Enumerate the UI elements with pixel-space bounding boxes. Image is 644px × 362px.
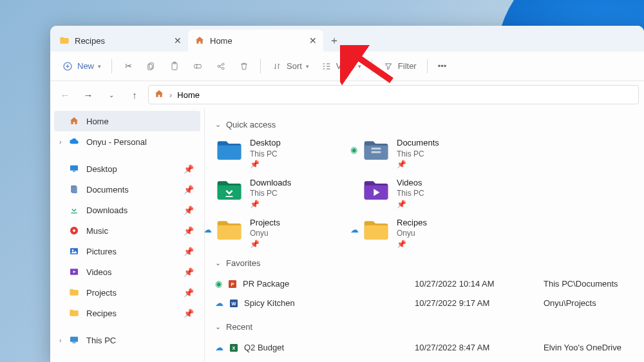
sidebar-label: Downloads — [86, 205, 128, 215]
pin-icon: 📌 — [184, 267, 194, 277]
close-icon[interactable]: ✕ — [174, 35, 182, 46]
svg-rect-2 — [148, 64, 153, 70]
quick-access-grid: Desktop This PC 📌 ◉ Documents This PC 📌 — [215, 136, 634, 249]
tab-home[interactable]: Home ✕ — [188, 30, 323, 52]
sidebar-item-home[interactable]: Home — [54, 111, 200, 131]
file-date: 10/27/2022 8:47 AM — [415, 343, 544, 352]
filter-button[interactable]: Filter — [377, 57, 422, 75]
qa-sub: This PC — [250, 149, 281, 159]
sync-green-icon: ◉ — [350, 145, 357, 155]
ellipsis-icon: ••• — [438, 61, 447, 71]
recent-row[interactable]: ☁ X Q2 Budget 10/27/2022 8:47 AM Elvin Y… — [215, 338, 634, 357]
pictures-icon — [68, 245, 80, 257]
paste-button[interactable] — [164, 57, 185, 75]
sidebar-item-downloads[interactable]: Downloads 📌 — [54, 200, 200, 220]
section-quick-access[interactable]: ⌄ Quick access — [215, 120, 634, 129]
section-favorites[interactable]: ⌄ Favorites — [215, 258, 634, 268]
view-label: View — [336, 61, 354, 71]
share-icon — [215, 61, 227, 72]
forward-button[interactable]: → — [79, 85, 98, 104]
downloads-icon — [68, 204, 80, 216]
sidebar-item-thispc[interactable]: › This PC — [54, 330, 200, 350]
view-button[interactable]: View ▾ — [316, 57, 366, 75]
section-recent[interactable]: ⌄ Recent — [215, 322, 634, 332]
rename-button[interactable] — [187, 57, 209, 75]
folder-icon — [59, 35, 70, 46]
home-icon — [194, 35, 205, 46]
chevron-right-icon[interactable]: › — [59, 337, 68, 344]
qa-title: Documents — [397, 137, 439, 149]
new-button[interactable]: New ▾ — [57, 57, 106, 75]
new-label: New — [77, 61, 94, 71]
chevron-right-icon[interactable]: › — [59, 138, 68, 146]
sidebar-item-desktop[interactable]: Desktop 📌 — [54, 158, 200, 179]
up-button[interactable]: ↑ — [125, 85, 144, 104]
file-date: 10/27/2022 9:17 AM — [415, 298, 544, 308]
cut-button[interactable]: ✂ — [117, 57, 139, 75]
svg-point-7 — [222, 63, 224, 65]
downloads-folder-icon — [215, 176, 243, 204]
tab-recipes[interactable]: Recipes ✕ — [53, 30, 188, 52]
plus-circle-icon — [62, 61, 73, 72]
delete-button[interactable] — [233, 57, 255, 75]
copy-button[interactable] — [140, 57, 162, 75]
qa-item-projects[interactable]: ☁ Projects Onyu 📌 — [215, 216, 344, 249]
address-path[interactable]: › Home — [148, 85, 639, 104]
home-icon — [154, 89, 164, 101]
sort-button[interactable]: Sort ▾ — [266, 57, 314, 75]
pin-icon: 📌 — [184, 247, 194, 256]
share-button[interactable] — [210, 57, 232, 75]
tab-strip: Recipes ✕ Home ✕ ＋ — [50, 26, 644, 52]
file-name: Spicy Kitchen — [244, 298, 295, 308]
chevron-down-icon: ⌄ — [215, 323, 221, 331]
svg-rect-21 — [372, 151, 381, 153]
svg-rect-9 — [70, 166, 78, 171]
qa-item-videos[interactable]: Videos This PC 📌 — [362, 176, 491, 209]
sidebar-label: Documents — [86, 185, 129, 195]
svg-point-6 — [218, 65, 220, 67]
file-explorer-window: Recipes ✕ Home ✕ ＋ New ▾ ✂ S — [50, 26, 644, 362]
section-label: Recent — [226, 322, 252, 332]
close-icon[interactable]: ✕ — [309, 35, 317, 46]
sidebar-item-documents[interactable]: Documents 📌 — [54, 179, 200, 200]
filter-label: Filter — [398, 61, 417, 71]
svg-point-14 — [73, 229, 75, 232]
sidebar-item-videos[interactable]: Videos 📌 — [54, 262, 200, 282]
desktop-icon — [68, 163, 80, 175]
cloud-icon: ☁ — [205, 225, 212, 234]
favorite-row[interactable]: ◉ P PR Package 10/27/2022 10:14 AM This … — [215, 274, 634, 294]
more-button[interactable]: ••• — [433, 58, 452, 74]
sidebar-item-projects[interactable]: Projects 📌 — [54, 282, 200, 303]
favorite-row[interactable]: ☁ W Spicy Kitchen 10/27/2022 9:17 AM Ony… — [215, 294, 634, 313]
qa-item-documents[interactable]: ◉ Documents This PC 📌 — [362, 136, 491, 169]
recent-button[interactable]: ⌄ — [102, 85, 121, 104]
sidebar-item-pictures[interactable]: Pictures 📌 — [54, 241, 200, 262]
cloud-icon: ☁ — [215, 343, 223, 352]
path-separator: › — [169, 90, 172, 100]
new-tab-button[interactable]: ＋ — [323, 30, 345, 52]
qa-item-recipes[interactable]: ☁ Recipes Onyu 📌 — [362, 216, 491, 249]
qa-item-desktop[interactable]: Desktop This PC 📌 — [215, 136, 344, 169]
back-button[interactable]: ← — [55, 85, 75, 104]
folder-icon — [68, 307, 80, 319]
qa-item-downloads[interactable]: Downloads This PC 📌 — [215, 176, 344, 209]
svg-rect-10 — [73, 171, 75, 171]
content-pane: ⌄ Quick access Desktop This PC 📌 — [205, 108, 644, 362]
cut-icon: ✂ — [122, 61, 134, 72]
svg-rect-5 — [194, 64, 202, 68]
qa-title: Recipes — [397, 217, 427, 229]
file-date: 10/27/2022 10:14 AM — [415, 279, 544, 289]
documents-folder-icon: ◉ — [362, 136, 390, 164]
divider — [372, 59, 372, 73]
svg-rect-12 — [72, 186, 77, 193]
trash-icon — [238, 61, 250, 72]
pin-icon: 📌 — [184, 288, 194, 298]
sidebar-label: Home — [86, 117, 109, 126]
section-label: Favorites — [226, 258, 260, 268]
sidebar-item-onedrive[interactable]: › Onyu - Personal — [54, 131, 200, 152]
sidebar-item-recipes[interactable]: Recipes 📌 — [54, 303, 200, 323]
sidebar-item-music[interactable]: Music 📌 — [54, 220, 200, 241]
cloud-icon: ☁ — [215, 298, 223, 308]
videos-folder-icon — [362, 176, 390, 204]
qa-sub: This PC — [397, 149, 439, 159]
